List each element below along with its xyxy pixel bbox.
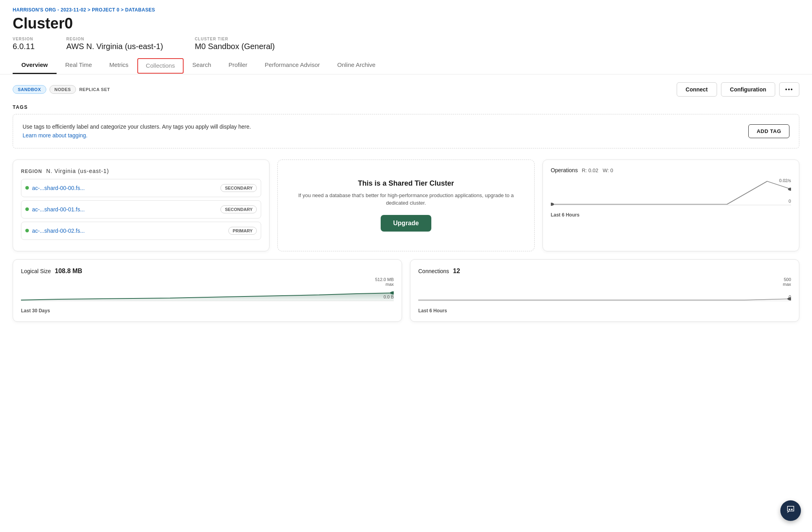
tab-performance-advisor[interactable]: Performance Advisor — [256, 57, 328, 74]
node-link-1[interactable]: ac-...shard-00-01.fs... — [32, 206, 85, 213]
ops-chart-top-label: 0.02/s — [779, 178, 791, 183]
tab-profiler[interactable]: Profiler — [220, 57, 256, 74]
tags-section: TAGS Use tags to efficiently label and c… — [13, 104, 799, 148]
cluster-name: Cluster0 — [13, 15, 799, 32]
operations-chart: 0.02/s 0 — [551, 177, 791, 209]
node-badge-0: SECONDARY — [220, 184, 257, 192]
connections-value: 12 — [453, 268, 460, 275]
connections-bottom-label: 0 — [789, 294, 791, 299]
operations-chart-svg — [551, 177, 791, 209]
replica-set-badge: REPLICA SET — [79, 87, 110, 92]
node-status-dot-1 — [25, 207, 29, 211]
sandbox-badge: SANDBOX — [13, 85, 46, 94]
connections-title: Connections — [418, 268, 449, 274]
shared-tier-title: This is a Shared Tier Cluster — [358, 179, 454, 188]
node-status-dot-0 — [25, 186, 29, 190]
connections-header: Connections 12 — [418, 268, 791, 275]
region-info: REGION AWS N. Virginia (us-east-1) — [66, 37, 163, 51]
node-list: ac-...shard-00-00.fs... SECONDARY ac-...… — [21, 179, 261, 240]
main-grid: REGION N. Virginia (us-east-1) ac-...sha… — [13, 160, 799, 251]
tab-overview[interactable]: Overview — [13, 57, 57, 74]
logical-size-header: Logical Size 108.8 MB — [21, 268, 394, 275]
node-badge-1: SECONDARY — [220, 205, 257, 213]
connections-max: 500 max — [783, 277, 791, 287]
operations-r: R: 0.02 W: 0 — [582, 167, 613, 173]
connect-button[interactable]: Connect — [677, 82, 717, 97]
region-name: N. Virginia (us-east-1) — [46, 168, 109, 174]
operations-title: Operations — [551, 167, 578, 173]
tab-realtime[interactable]: Real Time — [57, 57, 101, 74]
connections-chart: 500 max 0 — [418, 277, 791, 305]
version-info: VERSION 6.0.11 — [13, 37, 35, 51]
nodes-panel: REGION N. Virginia (us-east-1) ac-...sha… — [13, 160, 269, 251]
nodes-badge: NODES — [49, 85, 76, 94]
add-tag-button[interactable]: ADD TAG — [748, 124, 789, 138]
logical-size-panel: Logical Size 108.8 MB 512.0 MB max — [13, 259, 402, 322]
operations-header: Operations R: 0.02 W: 0 — [551, 167, 791, 173]
version-label: VERSION — [13, 37, 35, 41]
tabs-row: Overview Real Time Metrics Collections S… — [13, 57, 799, 74]
connections-svg — [418, 277, 791, 305]
version-value: 6.0.11 — [13, 42, 35, 51]
operations-panel: Operations R: 0.02 W: 0 0.02/s 0 — [543, 160, 799, 251]
connections-time-label: Last 6 Hours — [418, 308, 791, 314]
logical-size-chart: 512.0 MB max 0.0 B — [21, 277, 394, 305]
tags-title: TAGS — [13, 104, 799, 110]
tags-learn-more-link[interactable]: Learn more about tagging. — [23, 132, 87, 139]
tier-label: CLUSTER TIER — [195, 37, 275, 41]
node-item-2: ac-...shard-00-02.fs... PRIMARY — [21, 222, 261, 240]
region-value: AWS N. Virginia (us-east-1) — [66, 42, 163, 51]
logical-size-title: Logical Size — [21, 268, 51, 274]
bottom-panels: Logical Size 108.8 MB 512.0 MB max — [13, 259, 799, 322]
svg-point-2 — [551, 203, 554, 206]
main-content: SANDBOX NODES REPLICA SET Connect Config… — [0, 74, 812, 330]
shared-tier-panel: This is a Shared Tier Cluster If you nee… — [277, 160, 534, 251]
tab-search[interactable]: Search — [184, 57, 220, 74]
logical-size-value: 108.8 MB — [55, 268, 82, 275]
logical-size-max: 512.0 MB max — [375, 277, 394, 287]
action-buttons: Connect Configuration ••• — [677, 82, 799, 97]
tab-collections[interactable]: Collections — [137, 58, 184, 74]
operations-time-label: Last 6 Hours — [551, 212, 791, 218]
node-status-dot-2 — [25, 229, 29, 232]
upgrade-button[interactable]: Upgrade — [381, 215, 432, 232]
logical-size-svg — [21, 277, 394, 305]
tab-metrics[interactable]: Metrics — [101, 57, 137, 74]
node-link-0[interactable]: ac-...shard-00-00.fs... — [32, 185, 85, 191]
tags-box: Use tags to efficiently label and catego… — [13, 114, 799, 148]
shared-tier-description: If you need a database that's better for… — [287, 192, 524, 207]
node-link-2[interactable]: ac-...shard-00-02.fs... — [32, 228, 85, 234]
tags-description: Use tags to efficiently label and catego… — [23, 122, 251, 140]
node-item-0: ac-...shard-00-00.fs... SECONDARY — [21, 179, 261, 197]
logical-size-bottom-label: 0.0 B — [383, 294, 394, 299]
logical-size-time-label: Last 30 Days — [21, 308, 394, 314]
tab-online-archive[interactable]: Online Archive — [328, 57, 384, 74]
page-header: HARRISON'S ORG - 2023-11-02 > PROJECT 0 … — [0, 0, 812, 74]
more-options-button[interactable]: ••• — [779, 82, 799, 97]
node-item-1: ac-...shard-00-01.fs... SECONDARY — [21, 200, 261, 218]
cluster-meta: VERSION 6.0.11 REGION AWS N. Virginia (u… — [13, 37, 799, 51]
top-bar: SANDBOX NODES REPLICA SET Connect Config… — [13, 82, 799, 97]
connections-panel: Connections 12 500 max 0 Last 6 Hours — [410, 259, 799, 322]
node-badge-2: PRIMARY — [228, 227, 257, 235]
region-label: REGION — [66, 37, 163, 41]
badge-group: SANDBOX NODES REPLICA SET — [13, 85, 110, 94]
ops-chart-bottom-label: 0 — [789, 199, 791, 203]
configuration-button[interactable]: Configuration — [721, 82, 776, 97]
tier-info: CLUSTER TIER M0 Sandbox (General) — [195, 37, 275, 51]
region-header: REGION N. Virginia (us-east-1) — [21, 168, 261, 174]
breadcrumb: HARRISON'S ORG - 2023-11-02 > PROJECT 0 … — [13, 7, 799, 13]
tier-value: M0 Sandbox (General) — [195, 42, 275, 51]
